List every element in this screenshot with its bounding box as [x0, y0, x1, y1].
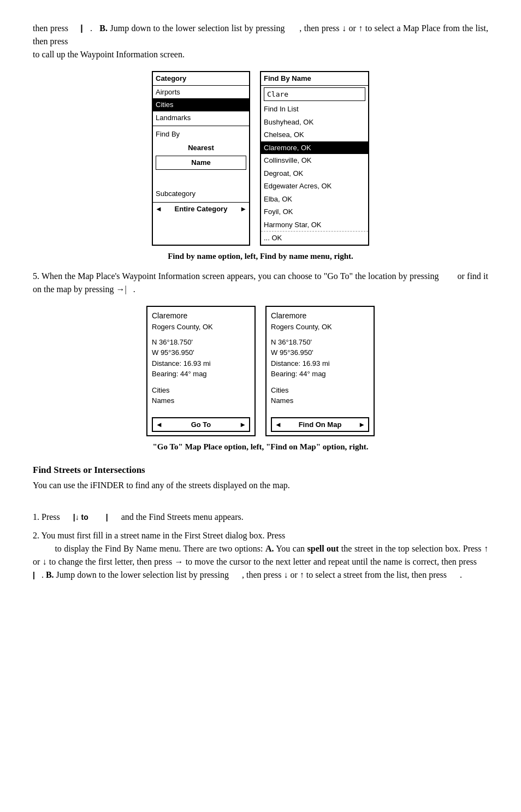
findonmap-coord-n: N 36°18.750' [271, 337, 369, 348]
findonmap-cat1-text: Cities [271, 385, 369, 396]
findonmap-button-label: Find On Map [299, 419, 342, 430]
find-by-name-header: Find By Name [261, 72, 368, 86]
para2-text3: . [133, 285, 135, 294]
cities-row-selected: Cities [153, 98, 249, 111]
list-item-3: Collinsville, OK [261, 154, 368, 167]
list-item-4: Degroat, OK [261, 167, 368, 180]
para1-text1: then press [33, 23, 68, 33]
name-row: Name [156, 156, 246, 170]
figure-1-caption: Find by name option, left, Find by name … [33, 250, 488, 263]
find-by-label: Find By [153, 128, 249, 141]
goto-coords: N 36°18.750' W 95°36.950' Distance: 16.9… [152, 337, 250, 380]
category-header: Category [153, 72, 249, 86]
goto-distance: Distance: 16.93 mi [152, 358, 250, 369]
find-by-left-panel: Category Airports Cities Landmarks Find … [152, 71, 250, 246]
find-in-list-label: Find In List [261, 103, 368, 116]
entire-category-bar: ◄ Entire Category ► [153, 202, 249, 216]
section-intro: You can use the iFINDER to find any of t… [33, 479, 488, 492]
step1-key: |↓ to [73, 513, 88, 521]
step1-text2: and the Find Streets menu appears. [121, 512, 244, 521]
findonmap-distance: Distance: 16.93 mi [271, 358, 369, 369]
para2-text1: 5. When the Map Place's Waypoint Informa… [33, 271, 439, 281]
findonmap-coords: N 36°18.750' W 95°36.950' Distance: 16.9… [271, 337, 369, 380]
findonmap-right-panel: Claremore Rogers County, OK N 36°18.750'… [265, 306, 375, 436]
goto-button-label: Go To [191, 419, 211, 430]
findonmap-left-arrow: ◄ [275, 419, 282, 430]
list-item-9: ... OK [261, 231, 368, 245]
list-item-7: Foyil, OK [261, 205, 368, 218]
list-item-2-selected: Claremore, OK [261, 141, 368, 155]
goto-cat1-text: Cities [152, 385, 250, 396]
para1-text5: to call up the Waypoint Information scre… [33, 50, 185, 59]
goto-bearing: Bearing: 44° mag [152, 369, 250, 380]
figure-1-container: Category Airports Cities Landmarks Find … [33, 71, 488, 246]
findonmap-right-arrow: ► [358, 419, 365, 430]
step2-boldA: A. [265, 544, 274, 553]
findonmap-county: Rogers County, OK [271, 322, 369, 333]
goto-name: Claremore [152, 310, 250, 322]
step2-boldB: B. [46, 570, 54, 579]
nearest-row: Nearest [153, 141, 249, 155]
step-1: 1. Press |↓ to | and the Find Streets me… [33, 511, 488, 524]
list-item-5: Edgewater Acres, OK [261, 180, 368, 193]
step2-text3: You can [276, 544, 307, 553]
left-arrow-entire: ◄ [155, 204, 162, 215]
list-item-6: Elba, OK [261, 193, 368, 206]
figure-2-container: Claremore Rogers County, OK N 36°18.750'… [33, 306, 488, 436]
goto-county: Rogers County, OK [152, 322, 250, 333]
findonmap-cat2-text: Names [271, 395, 369, 406]
step2-text2: to display the Find By Name menu. There … [55, 544, 265, 553]
find-by-name-right-panel: Find By Name Clare Find In List Bushyhea… [260, 71, 369, 246]
figure-2-caption: "Go To" Map Place option, left, "Find on… [33, 441, 488, 453]
findonmap-bearing: Bearing: 44° mag [271, 369, 369, 380]
step-2: 2. You must first fill in a street name … [33, 529, 488, 582]
para1-text3: Jump down to the lower selection list by… [110, 23, 285, 33]
list-item-0: Bushyhead, OK [261, 116, 368, 129]
list-item-1: Chelsea, OK [261, 128, 368, 141]
goto-coord-w: W 95°36.950' [152, 347, 250, 358]
find-streets-heading: Find Streets or Intersections [33, 463, 488, 477]
para1-key1: | [80, 23, 82, 33]
findonmap-button-bar: ◄ Find On Map ► [271, 417, 369, 432]
step2-sep: | [33, 571, 35, 579]
findonmap-coord-w: W 95°36.950' [271, 347, 369, 358]
findonmap-cat: Cities Names [271, 385, 369, 406]
step2-text8: . [460, 570, 462, 579]
goto-left-panel: Claremore Rogers County, OK N 36°18.750'… [146, 306, 256, 436]
right-arrow-entire: ► [240, 204, 247, 215]
step1-sep: | [106, 513, 108, 521]
entire-category-text: Entire Category [175, 204, 228, 215]
airports-row: Airports [153, 86, 249, 99]
findonmap-name: Claremore [271, 310, 369, 322]
goto-cat1: Cities Names [152, 385, 250, 406]
goto-right-arrow: ► [239, 419, 246, 430]
step2-text5: . [42, 570, 46, 579]
goto-coord-n: N 36°18.750' [152, 337, 250, 348]
find-by-name-input: Clare [264, 87, 365, 102]
step1-text1: 1. Press [33, 512, 60, 521]
paragraph-1: then press | . B. Jump down to the lower… [33, 22, 488, 61]
paragraph-2: 5. When the Map Place's Waypoint Informa… [33, 270, 488, 296]
step2-text1: 2. You must first fill in a street name … [33, 531, 285, 540]
para1-text2: . [90, 23, 92, 33]
goto-left-arrow: ◄ [156, 419, 163, 430]
goto-button-bar: ◄ Go To ► [152, 417, 250, 432]
subcategory-label: Subcategory [153, 187, 249, 200]
goto-cat2-text: Names [152, 395, 250, 406]
list-item-8: Harmony Star, OK [261, 218, 368, 232]
step2-text7: , then press ↓ or ↑ to select a street f… [242, 570, 447, 579]
step2-boldSpell: spell out [307, 544, 339, 553]
para1-boldA: B. [99, 23, 108, 33]
landmarks-row: Landmarks [153, 111, 249, 125]
step2-text6: Jump down to the lower selection list by… [56, 570, 229, 579]
